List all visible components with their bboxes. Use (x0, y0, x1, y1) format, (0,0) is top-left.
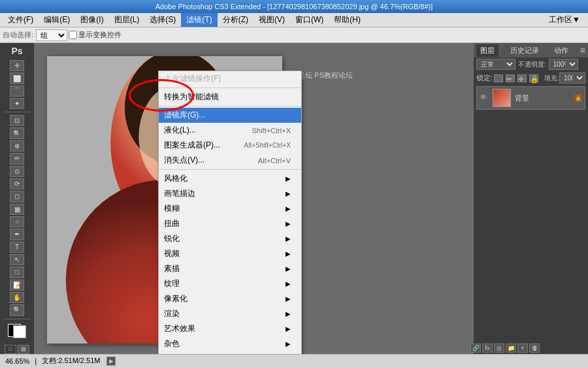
filter-menu-divider-1 (159, 88, 301, 88)
canvas-area: 思绪设计论坛 PS教程论坛 上次滤镜操作(F) 转换为智能滤镜 滤镜库(G)..… (34, 43, 474, 354)
add-mask-btn[interactable]: ◎ (494, 343, 504, 353)
zoom-level: 46.65% (5, 357, 29, 365)
filter-menu-item-render[interactable]: 渲染 ▶ (159, 306, 301, 321)
pen-tool[interactable]: ✒ (10, 229, 24, 240)
menu-bar: 文件(F) 编辑(E) 图像(I) 图层(L) 选择(S) 滤镜(T) 分析(Z… (0, 13, 588, 27)
filter-dropdown-menu: 上次滤镜操作(F) 转换为智能滤镜 滤镜库(G)... 液化(L)... Shi… (158, 71, 302, 354)
filter-menu-item-gallery[interactable]: 滤镜库(G)... (159, 108, 301, 123)
filter-menu-item-noise[interactable]: 杂色 ▶ (159, 336, 301, 351)
lock-all-btn[interactable]: 🔒 (529, 74, 538, 82)
menu-select[interactable]: 选择(S) (144, 13, 181, 27)
tool-sep-1 (4, 112, 30, 112)
filter-menu-item-other[interactable]: 其它 ▶ (159, 351, 301, 354)
lock-position-btn[interactable]: ✛ (517, 74, 527, 82)
blend-mode-select[interactable]: 正常 (476, 59, 515, 70)
main-layout: Ps ✛ ⬜ ⌒ ✦ ⊡ 🔍 ⊕ ✏ ⊙ ⟳ ◻ ▦ ○ ✒ T ↖ □ 📝 ✋… (0, 43, 588, 354)
history-brush-tool[interactable]: ⟳ (10, 178, 24, 189)
background-color[interactable] (13, 325, 26, 338)
heal-tool[interactable]: ⊕ (10, 140, 24, 152)
shape-tool[interactable]: □ (10, 266, 24, 278)
filter-menu-item-convert-smart[interactable]: 转换为智能滤镜 (159, 89, 301, 104)
show-transform-label: 显示变换控件 (78, 30, 122, 40)
status-separator: | (35, 357, 37, 365)
title-text: Adobe Photoshop CS3 Extended - [12774029… (155, 3, 433, 10)
lasso-tool[interactable]: ⌒ (10, 86, 24, 97)
notes-tool[interactable]: 📝 (10, 279, 24, 291)
menu-layer[interactable]: 图层(L) (109, 13, 145, 27)
lock-transparent-btn[interactable] (494, 74, 503, 82)
move-tool[interactable]: ✛ (10, 60, 24, 71)
filter-menu-item-sharpen[interactable]: 锐化 ▶ (159, 231, 301, 246)
link-layers-btn[interactable]: 🔗 (470, 343, 481, 353)
quick-mask-off[interactable]: □ (5, 345, 16, 354)
status-bar: 46.65% | 文档:2.51M/2.51M ▶ (0, 354, 588, 367)
opacity-select[interactable]: 100% (549, 59, 578, 70)
layers-panel: 正常 不透明度: 100% 锁定: ✏ ✛ 🔒 填充: 100% � (474, 57, 588, 354)
lock-image-btn[interactable]: ✏ (506, 74, 515, 82)
quick-mask-on[interactable]: ▨ (18, 345, 29, 354)
workspace-button[interactable]: 工作区▼ (544, 13, 585, 27)
right-panel: 图层 历史记录 动作 ≡ 正常 不透明度: 100% 锁定: ✏ ✛ 🔒 (474, 43, 588, 354)
ps-logo: Ps (11, 46, 22, 56)
filter-menu-item-last-filter: 上次滤镜操作(F) (159, 71, 301, 86)
filter-menu-item-pixelate[interactable]: 像素化 ▶ (159, 291, 301, 306)
right-panel-header: 图层 历史记录 动作 ≡ (474, 43, 588, 57)
gradient-tool[interactable]: ▦ (10, 204, 24, 215)
fill-label: 填充: (544, 74, 559, 83)
menu-window[interactable]: 窗口(W) (290, 13, 329, 27)
filter-menu-item-sketch[interactable]: 素描 ▶ (159, 261, 301, 276)
filter-menu-item-brush[interactable]: 画笔描边 ▶ (159, 186, 301, 201)
tab-history[interactable]: 历史记录 (506, 44, 543, 57)
filter-menu-item-texture[interactable]: 纹理 ▶ (159, 276, 301, 291)
menu-view[interactable]: 视图(V) (253, 13, 290, 27)
clone-tool[interactable]: ⊙ (10, 166, 24, 177)
layers-mode-row: 正常 不透明度: 100% (474, 57, 588, 71)
menu-image[interactable]: 图像(I) (75, 13, 108, 27)
layer-controls: 🔗 fx ◎ 📁 + 🗑 (470, 343, 540, 353)
filter-menu-item-artistic[interactable]: 艺术效果 ▶ (159, 321, 301, 336)
auto-select-label: 自动选择: (3, 30, 33, 40)
toolbox: Ps ✛ ⬜ ⌒ ✦ ⊡ 🔍 ⊕ ✏ ⊙ ⟳ ◻ ▦ ○ ✒ T ↖ □ 📝 ✋… (0, 43, 34, 354)
auto-select-select[interactable]: 组 图层 (36, 29, 67, 41)
filter-menu-item-distort[interactable]: 扭曲 ▶ (159, 216, 301, 231)
menu-help[interactable]: 帮助(H) (329, 13, 366, 27)
dodge-tool[interactable]: ○ (10, 216, 24, 227)
filter-menu-item-pattern[interactable]: 图案生成器(P)... Alt+Shift+Ctrl+X (159, 138, 301, 153)
zoom-tool[interactable]: 🔍 (10, 304, 24, 315)
tab-layers[interactable]: 图层 (476, 44, 498, 57)
path-select-tool[interactable]: ↖ (10, 254, 24, 265)
status-arrow-btn[interactable]: ▶ (106, 357, 116, 366)
text-tool[interactable]: T (10, 242, 24, 253)
layer-visibility-icon[interactable]: 👁 (480, 93, 490, 103)
menu-edit[interactable]: 编辑(E) (39, 13, 75, 27)
show-transform-check[interactable] (69, 31, 77, 39)
panel-menu-btn[interactable]: ≡ (580, 45, 585, 56)
fill-select[interactable]: 100% (559, 72, 585, 84)
delete-layer-btn[interactable]: 🗑 (529, 343, 540, 353)
filter-menu-item-video[interactable]: 视频 ▶ (159, 246, 301, 261)
menu-file[interactable]: 文件(F) (3, 13, 39, 27)
crop-tool[interactable]: ⊡ (10, 115, 24, 126)
filter-menu-item-liquify[interactable]: 液化(L)... Shift+Ctrl+X (159, 123, 301, 138)
layer-item-background[interactable]: 👁 背景 🔒 (476, 86, 585, 110)
filter-menu-item-vanishing[interactable]: 消失点(V)... Alt+Ctrl+V (159, 153, 301, 168)
tool-sep-2 (4, 319, 30, 319)
menu-filter[interactable]: 滤镜(T) (181, 13, 217, 27)
layer-thumbnail (493, 89, 511, 107)
layer-name: 背景 (515, 93, 529, 103)
tab-actions[interactable]: 动作 (550, 44, 572, 57)
eyedropper-tool[interactable]: 🔍 (10, 127, 24, 138)
color-boxes[interactable] (8, 324, 26, 338)
filter-menu-item-stylize[interactable]: 风格化 ▶ (159, 171, 301, 186)
hand-tool[interactable]: ✋ (10, 292, 24, 303)
new-layer-btn[interactable]: + (517, 343, 528, 353)
new-group-btn[interactable]: 📁 (506, 343, 516, 353)
add-style-btn[interactable]: fx (482, 343, 493, 353)
marquee-tool[interactable]: ⬜ (10, 72, 24, 84)
doc-size: 文档:2.51M/2.51M (42, 356, 100, 366)
magic-wand-tool[interactable]: ✦ (10, 98, 24, 109)
menu-analyze[interactable]: 分析(Z) (218, 13, 253, 27)
eraser-tool[interactable]: ◻ (10, 191, 24, 202)
brush-tool[interactable]: ✏ (10, 153, 24, 164)
filter-menu-item-blur[interactable]: 模糊 ▶ (159, 201, 301, 216)
